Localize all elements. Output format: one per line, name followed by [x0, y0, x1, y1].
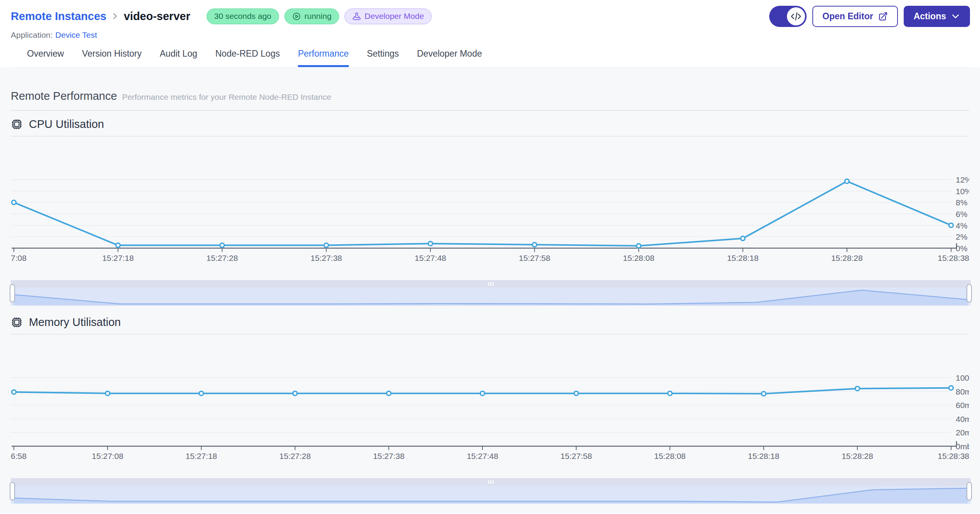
- svg-text:15:28:28: 15:28:28: [831, 254, 863, 262]
- beaker-icon: [352, 12, 361, 21]
- cpu-utilisation-heading: CPU Utilisation: [11, 118, 969, 131]
- actions-button[interactable]: Actions: [904, 6, 970, 27]
- svg-text:100mb: 100mb: [956, 373, 969, 382]
- breadcrumb-remote-instances[interactable]: Remote Instances: [11, 10, 106, 23]
- cpu-utilisation-chart: 7:0815:27:1815:27:2815:27:3815:27:4815:2…: [11, 136, 969, 265]
- memory-utilisation-range-selector[interactable]: [11, 478, 969, 504]
- title-divider: [11, 110, 969, 111]
- svg-text:15:27:18: 15:27:18: [186, 452, 217, 460]
- actions-label: Actions: [914, 11, 946, 22]
- header-controls: Open Editor Actions: [769, 6, 970, 27]
- svg-text:60mb: 60mb: [956, 401, 969, 410]
- svg-text:15:28:38: 15:28:38: [938, 254, 969, 262]
- memory-utilisation-chart: 6:5815:27:0815:27:1815:27:2815:27:3815:2…: [11, 334, 969, 463]
- chevron-right-icon: [111, 10, 119, 22]
- tab-bar: OverviewVersion HistoryAudit LogNode-RED…: [11, 49, 970, 67]
- svg-text:40mb: 40mb: [956, 415, 969, 423]
- badge-label: Developer Mode: [365, 12, 424, 21]
- svg-text:15:28:18: 15:28:18: [748, 452, 780, 460]
- status-badges: 30 seconds agorunningDeveloper Mode: [207, 8, 432, 24]
- badge-running: running: [284, 8, 339, 24]
- svg-text:15:28:28: 15:28:28: [842, 452, 873, 460]
- svg-text:15:28:08: 15:28:08: [654, 452, 686, 460]
- svg-text:15:27:48: 15:27:48: [467, 452, 498, 460]
- application-row: Application:Device Test: [11, 30, 970, 40]
- tab-version-history[interactable]: Version History: [82, 49, 142, 67]
- svg-text:15:27:58: 15:27:58: [560, 452, 592, 460]
- badge-label: running: [304, 12, 331, 21]
- brush-handle-left[interactable]: [10, 482, 15, 500]
- developer-mode-toggle[interactable]: [769, 6, 807, 27]
- svg-text:15:27:08: 15:27:08: [92, 452, 123, 460]
- svg-text:15:27:28: 15:27:28: [279, 452, 311, 460]
- badge-30-seconds-ago: 30 seconds ago: [207, 8, 279, 24]
- chevron-down-icon: [951, 12, 960, 21]
- svg-text:15:28:18: 15:28:18: [727, 254, 759, 262]
- svg-text:10%: 10%: [956, 187, 969, 196]
- brush-grip-icon[interactable]: [488, 480, 489, 484]
- open-editor-button[interactable]: Open Editor: [812, 6, 898, 27]
- code-icon: [787, 7, 805, 25]
- breadcrumb: Remote Instances video-server: [11, 10, 190, 23]
- section-cpu-utilisation: CPU Utilisation7:0815:27:1815:27:2815:27…: [11, 118, 969, 306]
- svg-text:0%: 0%: [956, 244, 967, 253]
- svg-text:15:28:08: 15:28:08: [623, 254, 654, 262]
- svg-text:7:08: 7:08: [11, 254, 27, 262]
- instance-header: Remote Instances video-server 30 seconds…: [0, 0, 980, 67]
- svg-text:6%: 6%: [956, 210, 967, 218]
- tab-overview[interactable]: Overview: [27, 49, 64, 67]
- svg-text:12%: 12%: [956, 175, 969, 184]
- brush-grip-icon[interactable]: [493, 480, 494, 484]
- chart-sections: CPU Utilisation7:0815:27:1815:27:2815:27…: [11, 118, 969, 504]
- cpu-chip-icon: [11, 118, 23, 130]
- brush-grip-icon[interactable]: [490, 282, 491, 286]
- brush-grip-icon[interactable]: [488, 282, 489, 286]
- breadcrumb-instance-name: video-server: [124, 10, 190, 23]
- svg-text:15:28:38: 15:28:38: [938, 452, 969, 460]
- memory-utilisation-heading: Memory Utilisation: [11, 316, 969, 329]
- page-subtitle: Performance metrics for your Remote Node…: [122, 92, 331, 102]
- memory-utilisation-title: Memory Utilisation: [29, 316, 121, 329]
- svg-text:6:58: 6:58: [11, 452, 27, 460]
- brush-grip-icon[interactable]: [493, 282, 494, 286]
- brush-handle-left[interactable]: [10, 284, 15, 302]
- svg-text:15:27:48: 15:27:48: [415, 254, 446, 262]
- svg-text:0mb: 0mb: [956, 442, 969, 451]
- svg-text:15:27:58: 15:27:58: [519, 254, 550, 262]
- header-top-row: Remote Instances video-server 30 seconds…: [11, 5, 970, 27]
- brush-grip-icon[interactable]: [490, 480, 491, 484]
- svg-text:15:27:38: 15:27:38: [311, 254, 342, 262]
- svg-text:20mb: 20mb: [956, 428, 969, 437]
- open-editor-label: Open Editor: [822, 11, 873, 22]
- cpu-utilisation-range-selector[interactable]: [11, 280, 969, 306]
- section-memory-utilisation: Memory Utilisation6:5815:27:0815:27:1815…: [11, 316, 969, 504]
- svg-text:80mb: 80mb: [956, 387, 969, 396]
- cpu-utilisation-title: CPU Utilisation: [29, 118, 104, 131]
- page-title: Remote Performance: [11, 90, 117, 102]
- svg-text:15:27:18: 15:27:18: [102, 254, 134, 262]
- application-label: Application:: [11, 30, 53, 39]
- performance-content: Remote Performance Performance metrics f…: [0, 67, 980, 513]
- svg-text:15:27:38: 15:27:38: [373, 452, 405, 460]
- play-circle-icon: [292, 12, 301, 21]
- application-link[interactable]: Device Test: [55, 30, 97, 39]
- svg-text:4%: 4%: [956, 221, 967, 230]
- badge-developer-mode: Developer Mode: [345, 8, 432, 24]
- external-link-icon: [878, 12, 888, 21]
- tab-settings[interactable]: Settings: [367, 49, 399, 67]
- brush-handle-right[interactable]: [967, 284, 972, 302]
- tab-performance[interactable]: Performance: [298, 49, 349, 67]
- tab-node-red-logs[interactable]: Node-RED Logs: [215, 49, 280, 67]
- page-title-row: Remote Performance Performance metrics f…: [11, 90, 969, 102]
- cpu-chip-icon: [11, 316, 23, 328]
- svg-text:8%: 8%: [956, 198, 967, 207]
- svg-text:15:27:28: 15:27:28: [207, 254, 238, 262]
- tab-audit-log[interactable]: Audit Log: [160, 49, 197, 67]
- svg-text:2%: 2%: [956, 232, 967, 241]
- tab-developer-mode[interactable]: Developer Mode: [417, 49, 482, 67]
- badge-label: 30 seconds ago: [214, 12, 271, 21]
- brush-handle-right[interactable]: [967, 482, 972, 500]
